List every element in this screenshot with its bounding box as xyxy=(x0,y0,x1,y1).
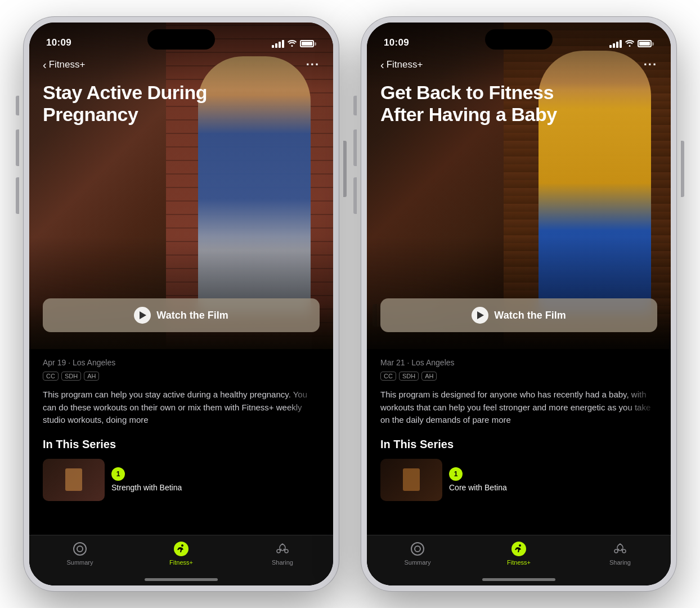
badge-ah-2: AH xyxy=(421,372,437,381)
nav-bar-afterbaby: ‹ Fitness+ ··· xyxy=(367,53,671,77)
badge-sdh: SDH xyxy=(61,372,81,381)
title-text-2: Get Back to Fitness After Having a Baby xyxy=(380,82,569,126)
more-link-2[interactable]: more xyxy=(492,415,511,424)
signal-icon xyxy=(272,40,284,48)
in-series-section: In This Series 1 Strength with Betina xyxy=(43,438,320,501)
series-number-2: 1 xyxy=(449,467,463,481)
tab-fitness[interactable]: Fitness+ xyxy=(131,541,231,566)
badge-cc-2: CC xyxy=(380,372,396,381)
status-icons xyxy=(272,39,316,48)
fitness-icon-2 xyxy=(511,541,527,557)
fitness-icon xyxy=(173,541,189,557)
status-time: 10:09 xyxy=(46,37,71,48)
series-number: 1 xyxy=(111,467,125,481)
summary-icon xyxy=(72,541,88,557)
sharing-icon-2 xyxy=(612,541,628,557)
phone-frame-pregnancy: 10:09 xyxy=(24,17,339,591)
more-button-2[interactable]: ··· xyxy=(644,57,657,72)
description: This program can help you stay active du… xyxy=(43,388,320,427)
more-button[interactable]: ··· xyxy=(306,57,320,72)
phones-container: 10:09 xyxy=(24,17,676,591)
tab-fitness-label-2: Fitness+ xyxy=(507,559,531,566)
summary-icon-2 xyxy=(410,541,425,557)
svg-point-1 xyxy=(77,546,83,552)
svg-point-0 xyxy=(74,543,86,555)
play-icon xyxy=(134,307,151,324)
watch-film-label: Watch the Film xyxy=(156,310,228,321)
in-series-title-2: In This Series xyxy=(380,438,657,451)
volume-up-button xyxy=(16,129,19,166)
badges-row-2: CC SDH AH xyxy=(380,372,657,381)
home-indicator xyxy=(145,578,218,581)
volume-up-button-2 xyxy=(353,129,357,166)
signal-icon-2 xyxy=(609,40,622,48)
series-item-2[interactable]: 1 Core with Betina xyxy=(380,459,657,501)
badges-row: CC SDH AH xyxy=(43,372,320,381)
tab-fitness-2[interactable]: Fitness+ xyxy=(469,541,569,566)
tab-sharing-label-2: Sharing xyxy=(609,559,631,566)
dynamic-island-2 xyxy=(485,29,553,50)
watch-film-button[interactable]: Watch the Film xyxy=(43,298,320,332)
tab-sharing[interactable]: Sharing xyxy=(232,541,333,566)
battery-icon-2 xyxy=(638,40,654,47)
battery-icon xyxy=(300,40,316,47)
back-button[interactable]: ‹ Fitness+ xyxy=(43,59,85,71)
badge-ah: AH xyxy=(84,372,99,381)
status-icons-2 xyxy=(609,39,654,48)
watch-film-button-2[interactable]: Watch the Film xyxy=(380,298,657,332)
phone-pregnancy: 10:09 xyxy=(24,17,339,591)
hero-gradient-overlay xyxy=(29,236,333,349)
page-title-pregnancy: Stay Active During Pregnancy xyxy=(43,82,232,126)
svg-point-4 xyxy=(285,549,288,553)
badge-sdh-2: SDH xyxy=(399,372,419,381)
phone-screen-pregnancy: 10:09 xyxy=(29,23,333,585)
tab-summary-label-2: Summary xyxy=(404,559,430,566)
tab-summary-label: Summary xyxy=(66,559,93,566)
tab-summary-2[interactable]: Summary xyxy=(367,541,468,566)
tab-sharing-2[interactable]: Sharing xyxy=(570,541,670,566)
page-title-afterbaby: Get Back to Fitness After Having a Baby xyxy=(380,82,569,126)
series-item[interactable]: 1 Strength with Betina xyxy=(43,459,320,501)
title-text: Stay Active During Pregnancy xyxy=(43,82,232,126)
power-button xyxy=(343,141,347,197)
dynamic-island xyxy=(147,29,215,50)
svg-point-9 xyxy=(519,544,521,547)
sharing-icon xyxy=(275,541,290,557)
hero-area-afterbaby: 10:09 xyxy=(367,23,671,349)
back-button-2[interactable]: ‹ Fitness+ xyxy=(380,59,423,71)
badge-cc: CC xyxy=(43,372,59,381)
watch-film-label-2: Watch the Film xyxy=(494,310,566,321)
nav-bar-pregnancy: ‹ Fitness+ ··· xyxy=(29,53,333,77)
svg-point-2 xyxy=(181,544,183,547)
in-series-title: In This Series xyxy=(43,438,320,451)
svg-point-3 xyxy=(277,549,280,553)
volume-down-button xyxy=(16,177,19,214)
phone-afterbaby: 10:09 xyxy=(361,17,676,591)
more-link[interactable]: more xyxy=(129,415,148,424)
in-series-section-2: In This Series 1 Core with Betina xyxy=(380,438,657,501)
svg-point-11 xyxy=(622,549,626,553)
meta-info-2: Mar 21 · Los Angeles xyxy=(380,358,657,367)
power-button-2 xyxy=(681,141,684,197)
series-item-name-2: Core with Betina xyxy=(449,483,507,492)
svg-point-8 xyxy=(415,546,420,552)
back-label-2: Fitness+ xyxy=(387,59,423,70)
svg-point-7 xyxy=(411,543,424,555)
series-item-name: Strength with Betina xyxy=(111,483,182,492)
description-2: This program is designed for anyone who … xyxy=(380,388,657,427)
series-thumbnail-2 xyxy=(380,459,442,501)
hero-area-pregnancy: 10:09 xyxy=(29,23,333,349)
tab-summary[interactable]: Summary xyxy=(30,541,130,566)
series-thumbnail xyxy=(43,459,105,501)
meta-info: Apr 19 · Los Angeles xyxy=(43,358,320,367)
hero-gradient-overlay-2 xyxy=(367,236,671,349)
back-label: Fitness+ xyxy=(49,59,86,70)
mute-button xyxy=(16,96,19,115)
status-time-2: 10:09 xyxy=(384,37,409,48)
home-indicator-2 xyxy=(482,578,555,581)
chevron-left-icon: ‹ xyxy=(43,59,47,71)
phone-screen-afterbaby: 10:09 xyxy=(367,23,671,585)
svg-point-10 xyxy=(614,549,618,553)
mute-button-2 xyxy=(353,96,357,115)
volume-down-button-2 xyxy=(353,177,357,214)
